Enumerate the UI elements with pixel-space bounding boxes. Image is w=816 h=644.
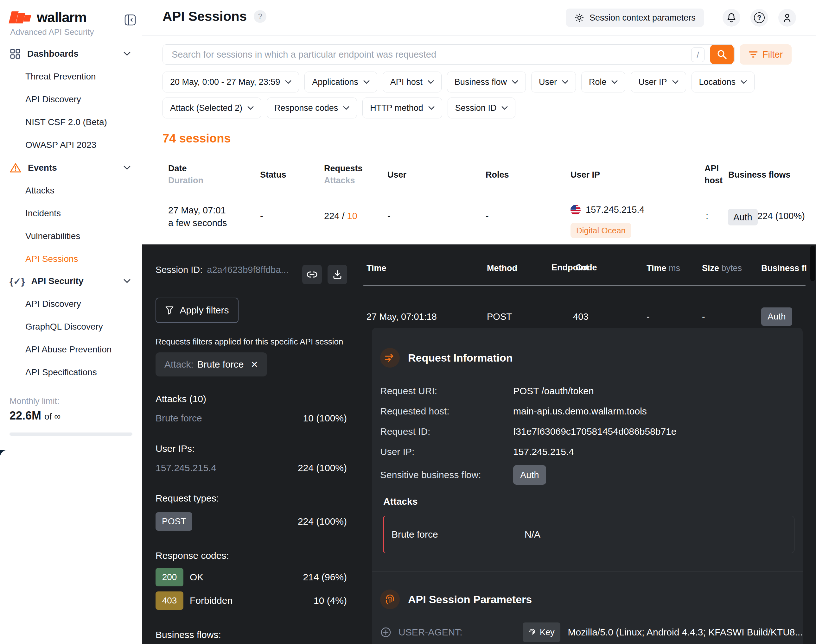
fingerprint-icon <box>529 629 536 636</box>
attack-card[interactable]: Brute force N/A <box>383 516 794 553</box>
us-flag-icon <box>570 205 581 215</box>
sidebar: wallarm Advanced API Security Dashboards… <box>0 0 142 450</box>
sessions-count: 74 sessions <box>163 132 231 145</box>
sidebar-item-api-discovery[interactable]: API Discovery <box>0 293 142 315</box>
filter-chips-row-1: 20 May, 0:00 - 27 May, 23:59 Application… <box>163 72 755 92</box>
title-help-icon[interactable]: ? <box>254 10 266 23</box>
monthly-limit-value: 22.6M of ∞ <box>9 409 60 422</box>
sidebar-item-owasp-api[interactable]: OWASP API 2023 <box>0 133 142 156</box>
plus-circle-icon[interactable] <box>380 627 392 638</box>
sidebar-collapse-icon[interactable] <box>124 14 136 26</box>
apply-filters-label: Apply filters <box>180 305 229 316</box>
sidebar-item-label: Events <box>28 163 57 173</box>
session-parameter-row: USER-AGENT: Key Mozilla/5.0 (Linux; Andr… <box>380 623 790 642</box>
status-403-badge: 403 <box>155 592 183 610</box>
request-row[interactable]: 27 May, 07:01:18 POST 403 - - Auth <box>367 307 816 327</box>
row-user: - <box>387 211 390 221</box>
applied-filter-chip[interactable]: Attack: Brute force ✕ <box>155 353 267 376</box>
sidebar-item-nist-csf[interactable]: NIST CSF 2.0 (Beta) <box>0 111 142 133</box>
filter-chip-applications[interactable]: Applications <box>304 72 377 92</box>
param-name: USER-AGENT: <box>398 627 522 638</box>
copy-link-button[interactable] <box>302 265 322 284</box>
attack-stat-row: Brute force 10 (100%) <box>155 413 347 424</box>
request-id: f31e7f63069c170581454d086b58b71e <box>513 426 677 437</box>
sidebar-item-api-sessions[interactable]: API Sessions <box>0 248 142 270</box>
card-divider <box>372 572 803 572</box>
sidebar-item-label: API Security <box>31 276 84 286</box>
filter-chip-date-range[interactable]: 20 May, 0:00 - 27 May, 23:59 <box>163 72 299 92</box>
session-context-parameters-label: Session context parameters <box>590 13 696 23</box>
chevron-down-icon <box>501 106 508 110</box>
filter-chip-http-method[interactable]: HTTP method <box>363 98 442 118</box>
close-icon[interactable]: ✕ <box>250 359 258 370</box>
chevron-down-icon <box>562 80 568 84</box>
request-time-ms: - <box>647 311 702 322</box>
col-code: Code <box>576 263 597 273</box>
fingerprint-icon <box>380 590 400 609</box>
gear-icon <box>574 13 584 23</box>
attack-name: Brute force <box>392 529 524 540</box>
requests-panel: Time Method Endpoint Code Time ms Size b… <box>361 244 816 644</box>
session-context-parameters-button[interactable]: Session context parameters <box>566 9 704 27</box>
sidebar-item-vulnerabilities[interactable]: Vulnerabilities <box>0 225 142 248</box>
request-size: - <box>702 311 761 322</box>
user-menu-button[interactable] <box>778 9 796 27</box>
session-search-input[interactable]: Search for sessions in which a particula… <box>163 44 735 64</box>
field-label: Request ID: <box>380 426 513 437</box>
filter-chip-user[interactable]: User <box>531 72 576 92</box>
filter-chip-user-ip[interactable]: User IP <box>631 72 686 92</box>
row-flow-badge: Auth <box>728 209 758 225</box>
bell-icon <box>727 13 736 23</box>
search-button[interactable] <box>710 45 734 64</box>
user-ip-stat-row: 157.245.215.4 224 (100%) <box>155 463 347 473</box>
filter-chip-role[interactable]: Role <box>581 72 625 92</box>
page-title: API Sessions <box>163 9 247 24</box>
user-icon <box>782 13 792 23</box>
filter-chip-api-host[interactable]: API host <box>383 72 442 92</box>
horizontal-scrollbar[interactable] <box>363 285 805 286</box>
col-api-host-2: host <box>704 176 722 186</box>
filter-chip-attack[interactable]: Attack (Selected 2) <box>163 98 261 118</box>
sidebar-item-threat-prevention[interactable]: Threat Prevention <box>0 65 142 88</box>
app-root: wallarm Advanced API Security Dashboards… <box>0 0 816 644</box>
filters-note: Requests filters applied for this specif… <box>155 337 347 347</box>
monthly-limit-label: Monthly limit: <box>9 396 60 406</box>
search-shortcut-badge: / <box>691 48 704 62</box>
filter-button[interactable]: Filter <box>740 44 791 64</box>
sidebar-item-graphql-discovery[interactable]: GraphQL Discovery <box>0 315 142 338</box>
help-button[interactable]: ? <box>750 9 768 27</box>
sidebar-item-api-specifications[interactable]: API Specifications <box>0 361 142 384</box>
key-badge[interactable]: Key <box>522 623 560 642</box>
download-icon <box>333 270 342 279</box>
notifications-button[interactable] <box>722 9 740 27</box>
braces-check-icon: {✓} <box>9 276 25 287</box>
row-attacks-count: 10 <box>347 211 357 221</box>
sidebar-item-api-security[interactable]: {✓} API Security <box>0 270 142 293</box>
filter-chip-response-codes[interactable]: Response codes <box>267 98 357 118</box>
session-row[interactable]: 27 May, 07:01 a few seconds - 224 / 10 -… <box>163 196 796 244</box>
session-parameters-list: USER-AGENT: Key Mozilla/5.0 (Linux; Andr… <box>380 623 790 644</box>
card-title: API Session Parameters <box>408 593 532 606</box>
sidebar-item-dashboards[interactable]: Dashboards <box>0 43 142 65</box>
question-icon: ? <box>754 12 765 23</box>
attack-value: N/A <box>524 529 540 540</box>
sidebar-item-attacks[interactable]: Attacks <box>0 179 142 202</box>
attacks-heading: Attacks (10) <box>155 394 347 404</box>
sidebar-item-api-discovery-dash[interactable]: API Discovery <box>0 88 142 111</box>
warning-icon <box>9 163 22 173</box>
request-type-row: POST 224 (100%) <box>155 512 347 531</box>
api-session-parameters-header: API Session Parameters <box>380 590 790 609</box>
sidebar-item-events[interactable]: Events <box>0 156 142 179</box>
filter-chip-business-flow[interactable]: Business flow <box>447 72 526 92</box>
download-button[interactable] <box>327 265 347 284</box>
col-user-ip: User IP <box>570 170 600 180</box>
filter-chip-locations[interactable]: Locations <box>692 72 755 92</box>
chip-value: Brute force <box>197 359 244 370</box>
row-duration: a few seconds <box>168 218 227 228</box>
filter-chip-session-id[interactable]: Session ID <box>447 98 516 118</box>
vertical-scrollbar[interactable] <box>810 246 815 281</box>
sensitive-flow-badge: Auth <box>513 465 546 485</box>
apply-filters-button[interactable]: Apply filters <box>155 297 238 323</box>
sidebar-item-incidents[interactable]: Incidents <box>0 202 142 225</box>
sidebar-item-api-abuse-prevention[interactable]: API Abuse Prevention <box>0 338 142 361</box>
